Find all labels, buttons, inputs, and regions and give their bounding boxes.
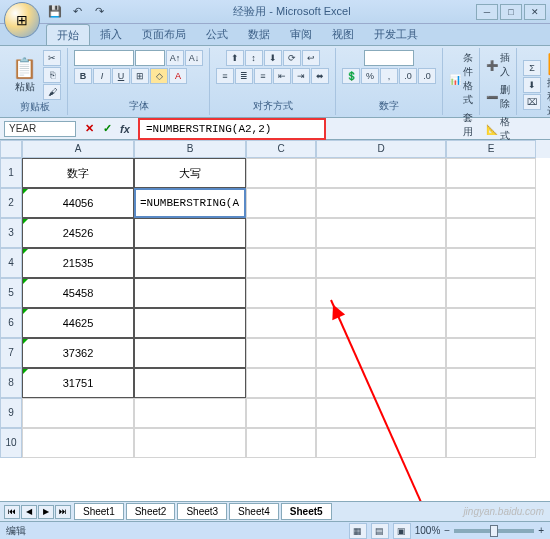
normal-view-button[interactable]: ▦: [349, 523, 367, 539]
column-header-c[interactable]: C: [246, 140, 316, 158]
cell-C8[interactable]: [246, 368, 316, 398]
font-family-select[interactable]: [74, 50, 134, 66]
cell-E4[interactable]: [446, 248, 536, 278]
decrease-indent-button[interactable]: ⇤: [273, 68, 291, 84]
align-top-button[interactable]: ⬆: [226, 50, 244, 66]
align-bottom-button[interactable]: ⬇: [264, 50, 282, 66]
cell-D2[interactable]: [316, 188, 446, 218]
tab-home[interactable]: 开始: [46, 24, 90, 45]
zoom-slider[interactable]: [454, 529, 534, 533]
cell-B8[interactable]: [134, 368, 246, 398]
cell-B3[interactable]: [134, 218, 246, 248]
name-box[interactable]: YEAR: [4, 121, 76, 137]
border-button[interactable]: ⊞: [131, 68, 149, 84]
fx-button[interactable]: fx: [116, 121, 134, 137]
cell-C3[interactable]: [246, 218, 316, 248]
row-header[interactable]: 5: [0, 278, 22, 308]
row-header[interactable]: 1: [0, 158, 22, 188]
cell-C1[interactable]: [246, 158, 316, 188]
cell-B5[interactable]: [134, 278, 246, 308]
tab-data[interactable]: 数据: [238, 24, 280, 45]
select-all-corner[interactable]: [0, 140, 22, 158]
cell-D8[interactable]: [316, 368, 446, 398]
align-center-button[interactable]: ≣: [235, 68, 253, 84]
cell-C9[interactable]: [246, 398, 316, 428]
bold-button[interactable]: B: [74, 68, 92, 84]
row-header[interactable]: 2: [0, 188, 22, 218]
row-header[interactable]: 6: [0, 308, 22, 338]
tab-review[interactable]: 审阅: [280, 24, 322, 45]
sheet-tab[interactable]: Sheet4: [229, 503, 279, 520]
align-left-button[interactable]: ≡: [216, 68, 234, 84]
cell-D7[interactable]: [316, 338, 446, 368]
copy-button[interactable]: ⎘: [43, 67, 61, 83]
cell-E6[interactable]: [446, 308, 536, 338]
insert-cells-button[interactable]: ➕ 插入: [486, 50, 510, 80]
cell-E8[interactable]: [446, 368, 536, 398]
cell-A8[interactable]: 31751: [22, 368, 134, 398]
first-sheet-button[interactable]: ⏮: [4, 505, 20, 519]
tab-view[interactable]: 视图: [322, 24, 364, 45]
cell-B6[interactable]: [134, 308, 246, 338]
cell-D1[interactable]: [316, 158, 446, 188]
cell-B4[interactable]: [134, 248, 246, 278]
increase-decimal-button[interactable]: .0: [399, 68, 417, 84]
paste-button[interactable]: 📋 粘贴: [8, 54, 41, 96]
cell-A7[interactable]: 37362: [22, 338, 134, 368]
cell-C5[interactable]: [246, 278, 316, 308]
page-break-view-button[interactable]: ▣: [393, 523, 411, 539]
merge-button[interactable]: ⬌: [311, 68, 329, 84]
zoom-out-button[interactable]: −: [444, 525, 450, 536]
conditional-format-button[interactable]: 📊 条件格式: [449, 50, 473, 108]
tab-formulas[interactable]: 公式: [196, 24, 238, 45]
align-right-button[interactable]: ≡: [254, 68, 272, 84]
grow-font-button[interactable]: A↑: [166, 50, 184, 66]
sort-filter-button[interactable]: 🔽 排序和筛选: [543, 50, 550, 120]
zoom-in-button[interactable]: +: [538, 525, 544, 536]
align-middle-button[interactable]: ↕: [245, 50, 263, 66]
next-sheet-button[interactable]: ▶: [38, 505, 54, 519]
cell-D3[interactable]: [316, 218, 446, 248]
office-button[interactable]: ⊞: [4, 2, 40, 38]
cell-C7[interactable]: [246, 338, 316, 368]
shrink-font-button[interactable]: A↓: [185, 50, 203, 66]
cell-B7[interactable]: [134, 338, 246, 368]
sheet-tab[interactable]: Sheet5: [281, 503, 332, 520]
worksheet-grid[interactable]: A B C D E 1数字大写244056=NUMBERSTRING(A3245…: [0, 140, 550, 458]
last-sheet-button[interactable]: ⏭: [55, 505, 71, 519]
font-color-button[interactable]: A: [169, 68, 187, 84]
sheet-tab[interactable]: Sheet2: [126, 503, 176, 520]
wrap-text-button[interactable]: ↩: [302, 50, 320, 66]
cell-C2[interactable]: [246, 188, 316, 218]
cell-B1[interactable]: 大写: [134, 158, 246, 188]
close-button[interactable]: ✕: [524, 4, 546, 20]
decrease-decimal-button[interactable]: .0: [418, 68, 436, 84]
cell-A3[interactable]: 24526: [22, 218, 134, 248]
column-header-e[interactable]: E: [446, 140, 536, 158]
cell-A1[interactable]: 数字: [22, 158, 134, 188]
tab-developer[interactable]: 开发工具: [364, 24, 428, 45]
page-layout-view-button[interactable]: ▤: [371, 523, 389, 539]
row-header[interactable]: 4: [0, 248, 22, 278]
clear-button[interactable]: ⌧: [523, 94, 541, 110]
maximize-button[interactable]: □: [500, 4, 522, 20]
formula-input[interactable]: =NUMBERSTRING(A2,2): [138, 118, 326, 140]
autosum-button[interactable]: Σ: [523, 60, 541, 76]
cell-C4[interactable]: [246, 248, 316, 278]
fill-color-button[interactable]: ◇: [150, 68, 168, 84]
cell-C6[interactable]: [246, 308, 316, 338]
cell-E3[interactable]: [446, 218, 536, 248]
cell-D4[interactable]: [316, 248, 446, 278]
row-header[interactable]: 8: [0, 368, 22, 398]
cell-C10[interactable]: [246, 428, 316, 458]
cell-A6[interactable]: 44625: [22, 308, 134, 338]
percent-button[interactable]: %: [361, 68, 379, 84]
font-size-select[interactable]: [135, 50, 165, 66]
cell-E10[interactable]: [446, 428, 536, 458]
row-header[interactable]: 9: [0, 398, 22, 428]
cell-E7[interactable]: [446, 338, 536, 368]
sheet-tab[interactable]: Sheet1: [74, 503, 124, 520]
cell-A2[interactable]: 44056: [22, 188, 134, 218]
column-header-b[interactable]: B: [134, 140, 246, 158]
cell-E9[interactable]: [446, 398, 536, 428]
